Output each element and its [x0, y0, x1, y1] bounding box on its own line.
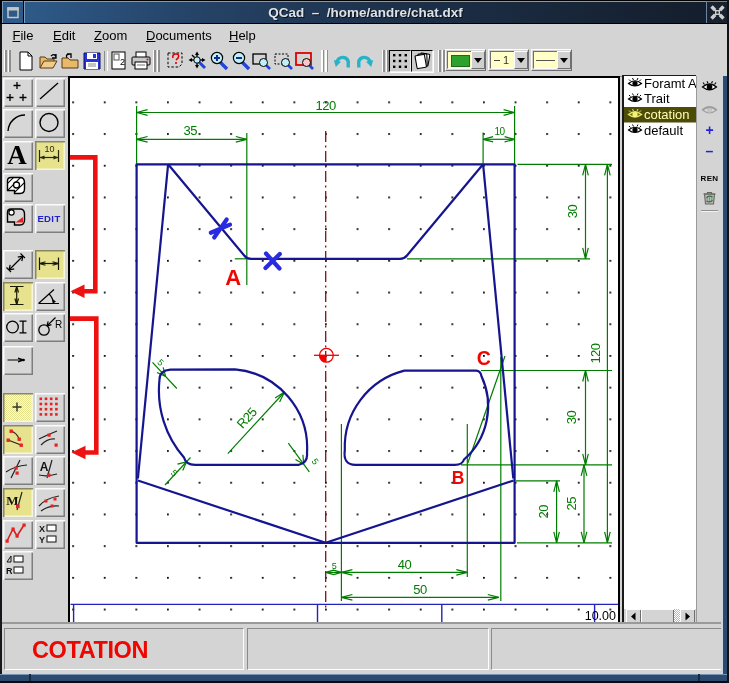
svg-text:25: 25 — [564, 497, 579, 511]
svg-text:10: 10 — [44, 144, 54, 154]
svg-text:2: 2 — [120, 57, 125, 67]
svg-text:A: A — [40, 460, 49, 474]
svg-text:X: X — [39, 524, 45, 534]
svg-text:R: R — [55, 319, 62, 330]
svg-text:Trait: Trait — [644, 91, 670, 106]
svg-text:120: 120 — [315, 98, 335, 113]
svg-text:30: 30 — [565, 205, 580, 219]
svg-text:10: 10 — [494, 126, 505, 137]
svg-text:40: 40 — [398, 557, 412, 572]
svg-text:Foramt A4: Foramt A4 — [644, 76, 697, 91]
svg-text:50: 50 — [413, 582, 427, 597]
svg-text:A: A — [225, 265, 241, 290]
svg-text:A: A — [7, 141, 27, 168]
svg-text:+: + — [705, 122, 713, 138]
svg-text:B: B — [452, 468, 465, 488]
svg-text:–: – — [706, 143, 714, 159]
svg-text:REN: REN — [701, 174, 719, 183]
svg-text:5: 5 — [332, 561, 337, 571]
svg-text:35: 35 — [183, 123, 197, 138]
svg-text:Y: Y — [39, 535, 45, 545]
svg-text:120: 120 — [588, 343, 603, 363]
svg-text:cotation: cotation — [644, 107, 690, 122]
svg-text:10.00: 10.00 — [585, 609, 616, 623]
svg-text:20: 20 — [537, 505, 552, 519]
svg-text:R: R — [6, 566, 13, 576]
svg-text:default: default — [644, 123, 683, 138]
svg-text:EDIT: EDIT — [37, 213, 60, 224]
svg-text:C: C — [477, 347, 491, 369]
svg-text:30: 30 — [565, 411, 580, 425]
